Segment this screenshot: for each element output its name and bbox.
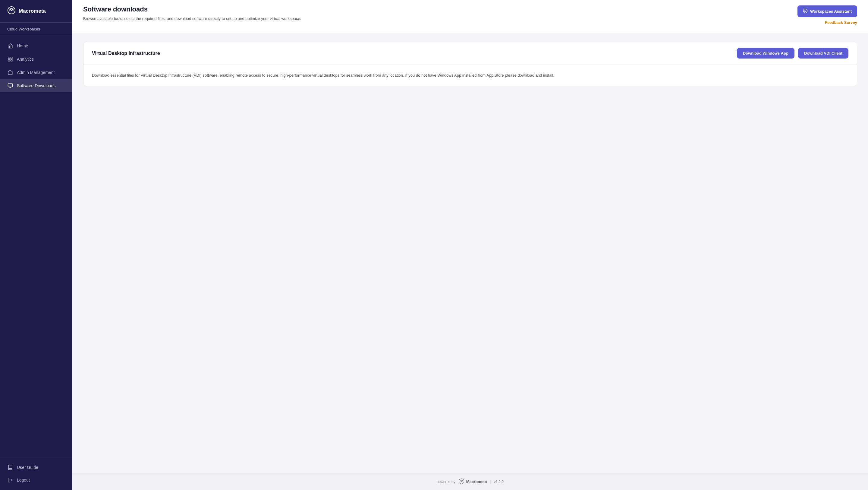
page-title: Software downloads — [83, 5, 301, 13]
vdi-card-title: Virtual Desktop Infrastructure — [92, 51, 160, 56]
sidebar-header: Macrometa — [0, 0, 72, 23]
sidebar-item-logout[interactable]: Logout — [0, 474, 72, 486]
sidebar-item-user-guide-label: User Guide — [17, 465, 38, 470]
svg-rect-2 — [8, 57, 10, 59]
sidebar-item-downloads-label: Software Downloads — [17, 83, 56, 88]
sidebar-item-software-downloads[interactable]: Software Downloads — [0, 79, 72, 92]
content-area: Virtual Desktop Infrastructure Download … — [72, 33, 868, 473]
assistant-icon — [803, 8, 808, 14]
svg-point-14 — [461, 481, 462, 482]
downloads-icon — [7, 83, 13, 89]
download-vdi-client-button[interactable]: Download VDI Client — [798, 48, 848, 59]
sidebar-item-admin-label: Admin Management — [17, 70, 55, 75]
svg-rect-6 — [8, 84, 13, 87]
sidebar-bottom: User Guide Logout — [0, 457, 72, 490]
feedback-survey-link[interactable]: Feedback Survey — [825, 20, 857, 25]
sidebar-nav: Home Analytics Admin Management — [0, 36, 72, 457]
topbar-right: Workspaces Assistant Feedback Survey — [798, 5, 857, 25]
sidebar-item-analytics-label: Analytics — [17, 57, 34, 62]
admin-icon — [7, 69, 13, 76]
footer-logo-text: Macrometa — [466, 480, 487, 484]
sidebar-item-user-guide[interactable]: User Guide — [0, 461, 72, 474]
vdi-card: Virtual Desktop Infrastructure Download … — [83, 41, 857, 86]
cloud-workspaces-label: Cloud Workspaces — [0, 23, 72, 36]
footer: powered by Macrometa | v1.2.2 — [72, 473, 868, 490]
footer-divider: | — [490, 480, 491, 484]
footer-powered-label: powered by — [437, 480, 456, 484]
topbar: Software downloads Browse available tool… — [72, 0, 868, 33]
svg-rect-3 — [11, 57, 12, 59]
vdi-card-body: Download essential files for Virtual Des… — [84, 65, 857, 86]
footer-logo: Macrometa — [458, 478, 487, 485]
vdi-description: Download essential files for Virtual Des… — [92, 72, 848, 79]
vdi-card-actions: Download Windows App Download VDI Client — [737, 48, 848, 59]
sidebar: Macrometa Cloud Workspaces Home Analytic… — [0, 0, 72, 490]
page-subtitle: Browse available tools, select the requi… — [83, 16, 301, 22]
analytics-icon — [7, 56, 13, 62]
sidebar-item-home-label: Home — [17, 44, 28, 48]
macrometa-logo-icon — [7, 6, 16, 16]
sidebar-item-analytics[interactable]: Analytics — [0, 53, 72, 65]
home-icon — [7, 43, 13, 49]
logout-icon — [7, 477, 13, 483]
main-content: Software downloads Browse available tool… — [72, 0, 868, 490]
assistant-button-label: Workspaces Assistant — [810, 9, 852, 13]
svg-rect-4 — [11, 60, 12, 61]
sidebar-item-admin-management[interactable]: Admin Management — [0, 66, 72, 79]
sidebar-item-home[interactable]: Home — [0, 39, 72, 52]
book-icon — [7, 464, 13, 470]
topbar-left: Software downloads Browse available tool… — [83, 5, 301, 22]
download-windows-app-button[interactable]: Download Windows App — [737, 48, 795, 59]
workspaces-assistant-button[interactable]: Workspaces Assistant — [798, 5, 857, 17]
footer-macrometa-icon — [458, 478, 464, 485]
sidebar-logo-text: Macrometa — [19, 8, 46, 14]
svg-point-1 — [11, 10, 12, 11]
footer-version: v1.2.2 — [494, 480, 504, 484]
sidebar-item-logout-label: Logout — [17, 478, 30, 483]
svg-rect-5 — [8, 60, 10, 61]
vdi-card-header: Virtual Desktop Infrastructure Download … — [84, 42, 857, 65]
svg-point-10 — [803, 9, 807, 13]
